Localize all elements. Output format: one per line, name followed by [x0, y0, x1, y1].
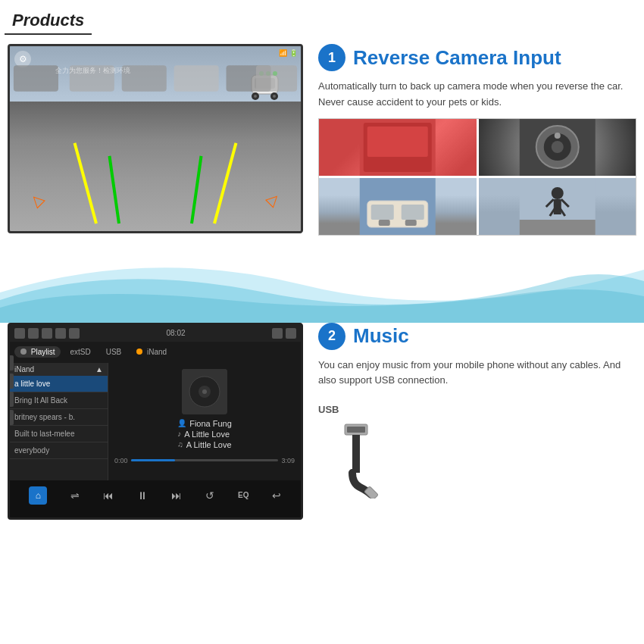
artist-row: 👤 Fiona Fung: [177, 419, 232, 428]
song-item-4[interactable]: Built to last-melee: [10, 426, 108, 442]
svg-rect-25: [371, 205, 394, 220]
usb-section: USB: [318, 404, 636, 502]
cam-overlay-text: 全力为您服务！检测环境: [55, 66, 130, 76]
back-button[interactable]: ↩: [272, 489, 281, 502]
wave-decoration: [0, 239, 644, 323]
play-pause-button[interactable]: ⏸: [137, 489, 148, 502]
cam-img-person: [479, 178, 636, 235]
svg-rect-42: [347, 427, 365, 433]
song-item-2[interactable]: Bring It All Back: [10, 392, 108, 409]
svg-point-40: [202, 389, 207, 394]
feature-2-title: Music: [353, 324, 409, 348]
settings-icon: [28, 328, 39, 339]
music-status-bar: 08:02: [10, 325, 301, 342]
song-name-2: A Little Love: [186, 440, 232, 449]
svg-rect-28: [405, 220, 417, 226]
feature-1-title: Reverse Camera Input: [353, 46, 561, 70]
home-button[interactable]: ⌂: [29, 486, 47, 505]
cam-img-car-back: [319, 178, 477, 235]
svg-rect-30: [519, 220, 595, 235]
music-info: 👤 Fiona Fung ♪ A Little Love ♫ A Little …: [177, 419, 232, 451]
svg-rect-43: [352, 435, 360, 473]
cam-img-red-car: [319, 119, 477, 176]
feature-2-text: You can enjoy music from your mobile pho…: [318, 358, 636, 389]
progress-bar[interactable]: [131, 459, 279, 461]
status-time: 08:02: [166, 329, 185, 337]
song-item-1[interactable]: a little love: [10, 376, 108, 392]
svg-point-22: [554, 133, 560, 139]
guide-lines: [80, 125, 231, 224]
feature-1-text: Automatically turn to back up camera mod…: [318, 79, 636, 111]
mic-icon: [14, 328, 25, 339]
tab-playlist[interactable]: Playlist: [14, 346, 61, 358]
camera-images-grid: [318, 118, 636, 236]
eq-button[interactable]: EQ: [238, 491, 249, 499]
svg-point-21: [551, 141, 563, 153]
side-btn-2[interactable]: [8, 374, 14, 389]
song-item-5[interactable]: everybody: [10, 442, 108, 459]
album-art: [182, 369, 227, 414]
side-btn-1[interactable]: [8, 355, 14, 370]
tab-extsd[interactable]: extSD: [64, 346, 96, 358]
status-icons: [14, 328, 80, 339]
time-end: 3:09: [281, 457, 295, 464]
cam-img-dial: [479, 119, 636, 176]
feature-2-desc: 2 Music You can enjoy music from your mo…: [318, 323, 636, 520]
usb-cable: [318, 423, 394, 502]
prev-button[interactable]: ⏮: [103, 489, 114, 502]
music-player: 👤 Fiona Fung ♪ A Little Love ♫ A Little …: [108, 363, 301, 480]
loop-button[interactable]: ↺: [205, 489, 214, 502]
song-icon-1: ♪: [177, 430, 181, 438]
side-btn-3[interactable]: [8, 392, 14, 407]
song-row-2: ♫ A Little Love: [177, 440, 232, 449]
feature-2-number: 2: [318, 323, 345, 350]
svg-rect-26: [402, 205, 424, 220]
song-name-1: A Little Love: [184, 430, 230, 439]
signal-icon: [272, 328, 283, 339]
tab-usb[interactable]: USB: [100, 346, 128, 358]
back-icon: [286, 328, 296, 339]
music-list-header: iNand ▲: [10, 363, 108, 376]
music-progress[interactable]: 0:00 3:09: [114, 457, 295, 464]
svg-rect-27: [379, 220, 390, 226]
right-status-icons: [272, 328, 296, 339]
music-tabs[interactable]: Playlist extSD USB iNand: [10, 342, 301, 363]
photo-icon: [42, 328, 52, 339]
music-controls[interactable]: ⌂ ⇌ ⏮ ⏸ ⏭ ↺ EQ ↩: [10, 480, 301, 511]
svg-point-31: [551, 187, 563, 199]
wifi-icon: [55, 328, 66, 339]
shuffle-button[interactable]: ⇌: [70, 489, 80, 502]
artist-name: Fiona Fung: [189, 419, 232, 428]
music-list: iNand ▲ a little love Bring It All Back …: [10, 363, 108, 480]
song-row-1: ♪ A Little Love: [177, 430, 232, 439]
feature-1-desc: 1 Reverse Camera Input Automatically tur…: [318, 44, 636, 236]
time-start: 0:00: [114, 457, 128, 464]
svg-rect-12: [174, 65, 219, 91]
products-header: Products: [5, 5, 92, 35]
song-icon-2: ♫: [177, 440, 183, 449]
next-button[interactable]: ⏭: [171, 489, 182, 502]
bt-icon: [69, 328, 80, 339]
camera-screen: ⚙ 📶🔋: [8, 44, 303, 233]
svg-rect-14: [256, 65, 297, 91]
svg-rect-9: [14, 65, 58, 91]
music-main: iNand ▲ a little love Bring It All Back …: [10, 363, 301, 480]
music-screen: 08:02 Playlist extSD USB iNand: [8, 323, 303, 520]
artist-icon: 👤: [177, 419, 186, 427]
feature-1-number: 1: [318, 44, 345, 71]
song-item-3[interactable]: britney spears - b.: [10, 409, 108, 426]
side-btn-4[interactable]: [8, 410, 14, 425]
usb-label: USB: [318, 404, 339, 415]
cam-status-bar: 📶🔋: [279, 49, 298, 57]
tab-inand[interactable]: iNand: [130, 346, 173, 358]
svg-rect-17: [367, 127, 428, 157]
progress-bar-fill: [131, 459, 175, 461]
